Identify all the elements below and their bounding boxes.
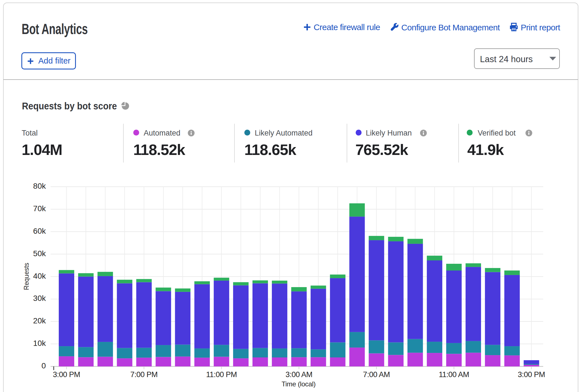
svg-text:3:00 AM: 3:00 AM — [286, 370, 313, 379]
svg-text:10k: 10k — [33, 339, 46, 348]
svg-text:30k: 30k — [33, 294, 46, 303]
svg-text:20k: 20k — [33, 316, 46, 325]
svg-text:11:00 PM: 11:00 PM — [206, 370, 237, 379]
svg-text:Requests: Requests — [23, 263, 30, 290]
svg-text:Time (local): Time (local) — [282, 380, 316, 388]
svg-text:11:00 AM: 11:00 AM — [439, 370, 469, 379]
svg-text:80k: 80k — [33, 182, 46, 190]
svg-text:40k: 40k — [33, 272, 46, 280]
svg-text:60k: 60k — [33, 227, 46, 235]
svg-text:7:00 PM: 7:00 PM — [130, 370, 158, 379]
svg-text:70k: 70k — [33, 204, 46, 213]
svg-text:0: 0 — [41, 361, 46, 370]
svg-text:3:00 PM: 3:00 PM — [53, 370, 80, 379]
svg-text:50k: 50k — [33, 249, 46, 258]
svg-text:7:00 AM: 7:00 AM — [363, 370, 390, 379]
svg-text:3:00 PM: 3:00 PM — [518, 370, 545, 379]
